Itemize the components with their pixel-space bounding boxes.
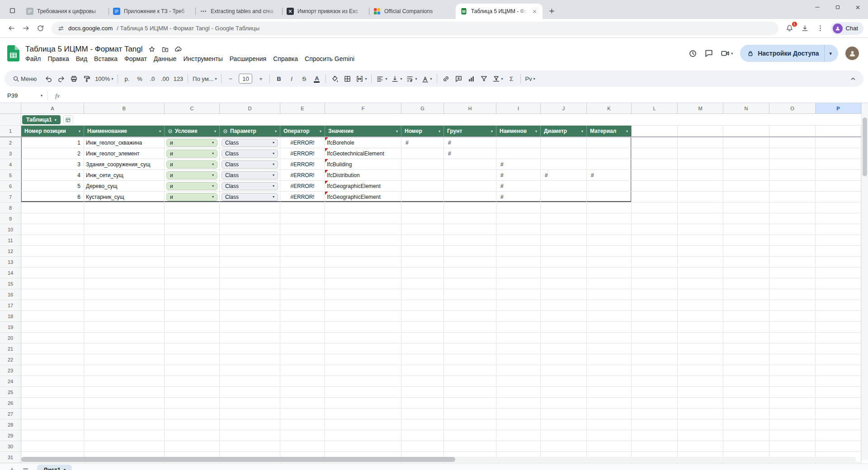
sheets-logo-icon[interactable] <box>7 45 19 61</box>
grid-cell[interactable] <box>632 419 678 430</box>
grid-cell[interactable] <box>444 224 496 235</box>
grid-cell[interactable] <box>816 137 861 148</box>
column-header-C[interactable]: C <box>165 103 220 114</box>
condition-dropdown[interactable]: и▾ <box>166 193 217 201</box>
grid-cell[interactable] <box>325 289 401 300</box>
grid-cell[interactable] <box>21 376 84 387</box>
grid-cell[interactable] <box>678 365 723 376</box>
grid-cell[interactable] <box>280 202 325 213</box>
grid-cell[interactable] <box>444 213 496 224</box>
browser-tab[interactable]: Приложение к ТЗ - Треб <box>108 4 195 19</box>
grid-corner[interactable] <box>0 103 21 114</box>
grid-cell[interactable] <box>816 181 861 192</box>
grid-cell[interactable] <box>21 409 84 419</box>
collapse-toolbar-button[interactable] <box>847 73 859 85</box>
zoom-select[interactable]: 100%▾ <box>93 73 115 85</box>
grid-cell[interactable]: Инж_сети_сущ <box>84 170 165 181</box>
grid-cell[interactable] <box>401 300 444 311</box>
grid-cell[interactable]: # <box>496 181 541 192</box>
grid-cell[interactable] <box>769 376 816 387</box>
parameter-dropdown[interactable]: Class▾ <box>222 139 278 147</box>
grid-cell[interactable] <box>723 441 769 452</box>
grid-cell[interactable] <box>401 354 444 365</box>
header-filter-caret-icon[interactable]: ▾ <box>275 129 277 133</box>
text-rotation-button[interactable]: ▾ <box>420 73 434 85</box>
grid-cell[interactable] <box>444 311 496 322</box>
grid-cell[interactable] <box>165 354 220 365</box>
grid-cell[interactable] <box>723 192 769 202</box>
grid-cell[interactable] <box>678 246 723 257</box>
redo-button[interactable] <box>55 73 67 85</box>
grid-cell[interactable] <box>769 354 816 365</box>
header-filter-caret-icon[interactable]: ▾ <box>491 129 493 133</box>
grid-cell[interactable] <box>165 387 220 398</box>
grid-cell[interactable] <box>816 235 861 246</box>
grid-cell[interactable] <box>632 213 678 224</box>
grid-cell[interactable] <box>21 441 84 452</box>
comments-icon[interactable] <box>704 47 713 59</box>
grid-cell[interactable] <box>401 398 444 409</box>
row-header-19[interactable]: 19 <box>0 322 21 333</box>
grid-cell[interactable] <box>496 376 541 387</box>
grid-cell[interactable] <box>401 430 444 441</box>
grid-cell[interactable] <box>325 213 401 224</box>
grid-cell[interactable] <box>723 114 769 126</box>
grid-cell[interactable] <box>816 289 861 300</box>
grid-cell[interactable] <box>678 224 723 235</box>
parameter-dropdown[interactable]: Class▾ <box>222 182 278 190</box>
grid-cell[interactable] <box>632 387 678 398</box>
grid-cell[interactable] <box>678 126 723 136</box>
grid-cell[interactable]: #ERROR! <box>280 137 325 148</box>
grid-cell[interactable] <box>587 235 632 246</box>
grid-cell[interactable] <box>496 137 541 148</box>
grid-cell[interactable] <box>496 365 541 376</box>
grid-cell[interactable] <box>678 289 723 300</box>
grid-cell[interactable]: # <box>496 170 541 181</box>
grid-cell[interactable] <box>587 181 632 192</box>
grid-cell[interactable] <box>678 322 723 333</box>
text-color-button[interactable]: A <box>311 73 323 85</box>
grid-cell[interactable]: IfcGeographicElement <box>325 192 401 202</box>
grid-cell[interactable] <box>444 159 496 170</box>
grid-cell[interactable] <box>816 268 861 278</box>
grid-cell[interactable] <box>401 202 444 213</box>
bold-button[interactable]: B <box>273 73 285 85</box>
sheet-tab-active[interactable]: Лист1 ▾ <box>37 465 72 470</box>
grid-cell[interactable] <box>21 354 84 365</box>
grid-cell[interactable] <box>769 322 816 333</box>
grid-cell[interactable] <box>632 170 678 181</box>
grid-cell[interactable]: Class▾ <box>220 170 280 181</box>
row-header-3[interactable]: 3 <box>0 148 21 159</box>
grid-cell[interactable] <box>220 278 280 289</box>
grid-cell[interactable] <box>769 387 816 398</box>
grid-cell[interactable] <box>587 343 632 354</box>
grid-cell[interactable] <box>220 114 280 126</box>
row-header-30[interactable]: 30 <box>0 441 21 452</box>
row-header-21[interactable]: 21 <box>0 343 21 354</box>
table-header-cell[interactable]: Наименов▾ <box>496 126 541 136</box>
parameter-dropdown[interactable]: Class▾ <box>222 160 278 169</box>
grid-cell[interactable] <box>769 419 816 430</box>
grid-cell[interactable] <box>816 213 861 224</box>
row-header-24[interactable]: 24 <box>0 376 21 387</box>
grid-cell[interactable]: # <box>496 192 541 202</box>
grid-cell[interactable] <box>496 257 541 268</box>
toolbar-menu-search[interactable]: Меню <box>9 73 42 85</box>
grid-cell[interactable] <box>541 376 587 387</box>
grid-cell[interactable] <box>496 419 541 430</box>
grid-cell[interactable] <box>84 257 165 268</box>
grid-cell[interactable] <box>84 213 165 224</box>
grid-cell[interactable]: # <box>587 170 632 181</box>
grid-cell[interactable] <box>678 278 723 289</box>
grid-cell[interactable] <box>84 343 165 354</box>
grid-cell[interactable] <box>444 170 496 181</box>
grid-cell[interactable]: Class▾ <box>220 137 280 148</box>
row-header-31[interactable]: 31 <box>0 452 21 463</box>
grid-cell[interactable] <box>678 202 723 213</box>
font-size-input[interactable]: 10 <box>237 73 254 85</box>
borders-button[interactable] <box>341 73 354 85</box>
grid-cell[interactable] <box>678 192 723 202</box>
grid-cell[interactable] <box>220 376 280 387</box>
share-button[interactable]: Настройки Доступа ▾ <box>740 45 838 62</box>
grid-cell[interactable] <box>723 343 769 354</box>
